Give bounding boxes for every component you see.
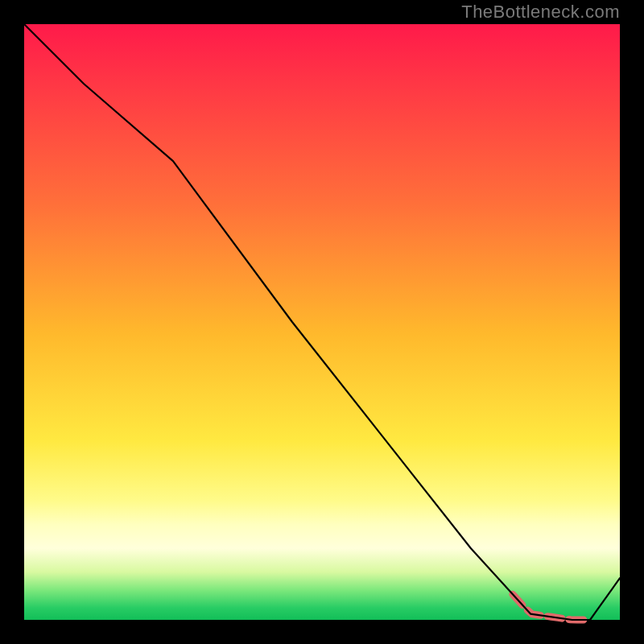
plot-area xyxy=(24,24,620,620)
bottleneck-curve xyxy=(24,24,620,620)
attribution-text: TheBottleneck.com xyxy=(461,2,620,23)
chart-overlay xyxy=(24,24,620,620)
chart-container: TheBottleneck.com xyxy=(0,0,644,644)
